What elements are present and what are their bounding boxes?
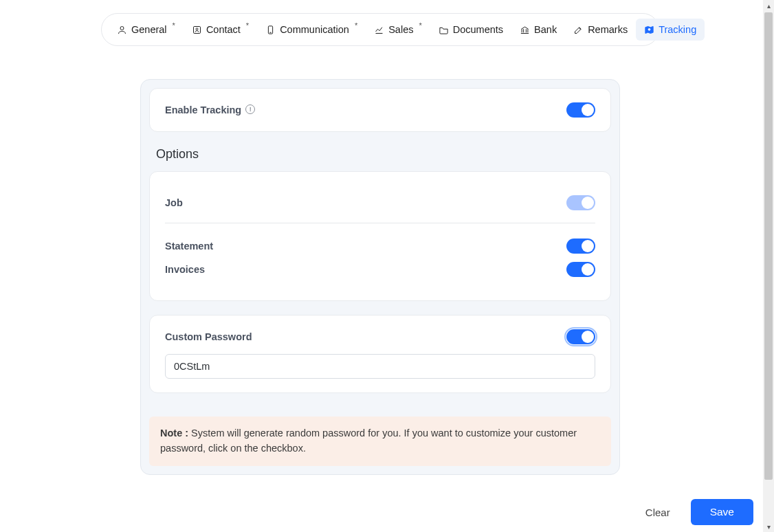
tab-label: Contact bbox=[206, 24, 241, 35]
scroll-thumb[interactable] bbox=[764, 12, 773, 480]
tab-label: Documents bbox=[453, 24, 503, 35]
footer: Clear Save bbox=[0, 499, 763, 525]
custom-password-toggle[interactable] bbox=[566, 329, 595, 344]
tab-communication[interactable]: Communication* bbox=[257, 19, 366, 41]
custom-password-input[interactable] bbox=[165, 354, 595, 379]
enable-tracking-label: Enable Tracking bbox=[165, 104, 241, 115]
option-invoices-label: Invoices bbox=[165, 264, 205, 275]
svg-point-5 bbox=[648, 28, 650, 30]
tab-label: General bbox=[131, 24, 167, 35]
option-job-label: Job bbox=[165, 197, 183, 208]
asterisk-icon: * bbox=[246, 21, 249, 30]
custom-password-label: Custom Password bbox=[165, 331, 252, 342]
note-banner: Note : System will generate random passw… bbox=[149, 417, 611, 466]
map-pin-icon bbox=[644, 25, 654, 35]
enable-tracking-card: Enable Tracking ! bbox=[149, 88, 611, 132]
scroll-down-icon[interactable]: ▾ bbox=[763, 521, 774, 532]
tracking-panel: Enable Tracking ! Options Job Statement … bbox=[140, 79, 620, 475]
note-prefix: Note : bbox=[160, 428, 188, 439]
tab-general[interactable]: General* bbox=[109, 19, 184, 41]
asterisk-icon: * bbox=[355, 21, 357, 30]
options-card: Job Statement Invoices bbox=[149, 171, 611, 301]
asterisk-icon: * bbox=[173, 21, 175, 30]
option-statement-label: Statement bbox=[165, 241, 213, 252]
bank-icon bbox=[520, 25, 530, 35]
asterisk-icon: * bbox=[419, 21, 421, 30]
user-icon bbox=[117, 25, 127, 35]
option-job-toggle[interactable] bbox=[566, 195, 595, 210]
edit-icon bbox=[573, 25, 584, 35]
id-card-icon bbox=[192, 25, 202, 35]
tab-label: Communication bbox=[280, 24, 349, 35]
tab-bank[interactable]: Bank bbox=[511, 19, 565, 41]
tab-label: Tracking bbox=[659, 24, 696, 35]
enable-tracking-toggle[interactable] bbox=[566, 102, 595, 118]
save-button[interactable]: Save bbox=[691, 499, 753, 525]
tab-tracking[interactable]: Tracking bbox=[636, 19, 705, 41]
note-text: System will generate random password for… bbox=[160, 428, 577, 454]
tab-bar: General* Contact* Communication* Sales* … bbox=[101, 13, 659, 46]
vertical-scrollbar[interactable]: ▴ ▾ bbox=[763, 0, 774, 532]
divider bbox=[165, 223, 595, 223]
options-title: Options bbox=[156, 147, 611, 162]
option-invoices-toggle[interactable] bbox=[566, 262, 595, 277]
tab-label: Remarks bbox=[588, 24, 628, 35]
scroll-up-icon[interactable]: ▴ bbox=[763, 0, 774, 11]
tab-sales[interactable]: Sales* bbox=[366, 19, 430, 41]
svg-point-2 bbox=[196, 27, 198, 30]
folder-icon bbox=[439, 25, 449, 35]
custom-password-card: Custom Password bbox=[149, 315, 611, 393]
phone-icon bbox=[265, 25, 276, 35]
tab-remarks[interactable]: Remarks bbox=[565, 19, 636, 41]
tab-contact[interactable]: Contact* bbox=[184, 19, 257, 41]
svg-point-0 bbox=[120, 26, 124, 30]
tab-label: Sales bbox=[388, 24, 413, 35]
option-statement-toggle[interactable] bbox=[566, 239, 595, 254]
tab-documents[interactable]: Documents bbox=[430, 19, 511, 41]
clear-button[interactable]: Clear bbox=[637, 501, 678, 524]
info-icon[interactable]: ! bbox=[245, 104, 255, 114]
tab-label: Bank bbox=[534, 24, 557, 35]
chart-icon bbox=[374, 25, 384, 35]
